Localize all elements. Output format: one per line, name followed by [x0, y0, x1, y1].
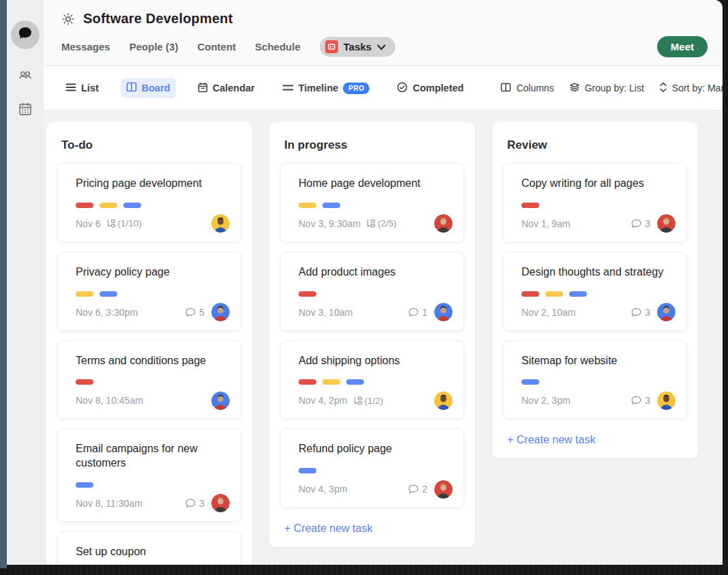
tab-people[interactable]: People (3)	[130, 41, 179, 53]
task-meta: Nov 1, 9am 3	[521, 214, 676, 233]
task-card[interactable]: Add product images Nov 3, 10am 1	[280, 252, 464, 331]
tab-tasks[interactable]: Tasks	[320, 37, 395, 57]
tab-tasks-label: Tasks	[344, 41, 371, 53]
tag-yellow	[299, 203, 316, 208]
meet-button[interactable]: Meet	[657, 36, 708, 57]
comment-count[interactable]: 3	[631, 395, 650, 406]
tag-red	[76, 203, 93, 208]
task-title: Copy writing for all pages	[521, 177, 676, 191]
comment-count[interactable]: 1	[408, 307, 427, 318]
task-tags	[76, 379, 230, 385]
task-date: Nov 2, 10am	[521, 307, 575, 318]
view-board[interactable]: Board	[121, 78, 176, 98]
task-card[interactable]: Privacy policy page Nov 6, 3:30pm 5	[57, 252, 241, 331]
task-card[interactable]: Design thoughts and strategy Nov 2, 10am…	[503, 252, 687, 331]
task-meta: Nov 8, 10:45am	[76, 391, 230, 410]
task-tags	[76, 203, 230, 208]
gear-icon[interactable]	[61, 12, 75, 26]
columns-icon	[500, 83, 511, 94]
task-card[interactable]: Home page development Nov 3, 9:30am (2/5…	[280, 163, 464, 242]
tag-blue	[123, 203, 141, 208]
column-cards: Copy writing for all pages Nov 1, 9am 3 …	[503, 163, 687, 419]
subtask-progress: (1/10)	[106, 218, 142, 228]
task-title: Sitemap for website	[521, 354, 676, 368]
workspace-avatar[interactable]	[11, 20, 40, 49]
comment-count[interactable]: 3	[631, 307, 650, 318]
project-header: Software Development Messages People (3)…	[44, 0, 723, 66]
comment-icon	[631, 395, 642, 406]
avatar-man-yellow[interactable]	[211, 214, 230, 233]
page-title: Software Development	[83, 11, 233, 27]
board-column: In progress Home page development Nov 3,…	[269, 122, 475, 547]
tab-content[interactable]: Content	[197, 41, 236, 53]
toolbar-actions: Columns Group by: List Sort by: Manual	[485, 76, 723, 100]
task-title: Set up coupon	[76, 545, 230, 559]
sort-by-action[interactable]: Sort by: Manual	[659, 82, 723, 95]
comment-count[interactable]: 2	[408, 484, 427, 495]
task-meta: Nov 6, 3:30pm 5	[76, 303, 230, 322]
task-card[interactable]: Sitemap for website Nov 2, 3pm 3	[503, 340, 687, 419]
calendar-nav-icon[interactable]	[17, 101, 33, 117]
task-tags	[76, 291, 230, 297]
view-calendar[interactable]: Calendar	[192, 78, 260, 99]
avatar-woman-blue[interactable]	[211, 303, 230, 321]
task-meta: Nov 4, 2pm (1/2)	[299, 391, 453, 410]
task-tags	[521, 203, 676, 208]
calendar-view-icon	[198, 82, 208, 95]
subtask-icon	[106, 219, 116, 228]
sort-icon	[659, 82, 667, 95]
avatar-woman-red[interactable]	[434, 480, 453, 499]
task-tags	[299, 291, 453, 297]
comment-count[interactable]: 5	[185, 307, 204, 318]
app-window: Software Development Messages People (3)…	[7, 0, 723, 565]
comment-icon	[631, 307, 642, 318]
task-card[interactable]: Terms and conditions page Nov 8, 10:45am	[57, 340, 241, 419]
task-card[interactable]: Add shipping options Nov 4, 2pm (1/2)	[280, 340, 464, 419]
avatar-woman-red[interactable]	[657, 214, 676, 233]
tag-blue	[299, 468, 316, 473]
kanban-board: To-do Pricing page development Nov 6 (1/…	[44, 110, 723, 565]
tab-messages[interactable]: Messages	[61, 41, 110, 53]
comment-count[interactable]: 3	[185, 498, 204, 509]
task-card[interactable]: Pricing page development Nov 6 (1/10)	[57, 163, 241, 242]
window-accent-strip	[0, 0, 7, 568]
task-meta: Nov 4, 3pm 2	[299, 480, 453, 499]
task-card[interactable]: Copy writing for all pages Nov 1, 9am 3	[503, 163, 687, 242]
task-tags	[299, 468, 453, 473]
avatar-woman-blue[interactable]	[211, 392, 230, 410]
pro-badge: PRO	[343, 83, 369, 94]
left-icon-rail	[7, 0, 44, 565]
create-new-task-link[interactable]: + Create new task	[507, 434, 595, 446]
view-completed[interactable]: Completed	[391, 78, 469, 99]
task-date: Nov 4, 2pm	[299, 395, 348, 406]
avatar-man-yellow[interactable]	[657, 392, 676, 410]
tag-blue	[100, 291, 117, 297]
subtask-progress: (1/2)	[353, 396, 384, 406]
task-card[interactable]: Email campaigns for new customers Nov 8,…	[57, 428, 241, 522]
tab-schedule[interactable]: Schedule	[255, 41, 301, 53]
chevron-down-icon	[377, 41, 386, 53]
create-new-task-link[interactable]: + Create new task	[284, 522, 372, 535]
view-list[interactable]: List	[60, 78, 104, 98]
project-tabs: Messages People (3) Content Schedule Tas…	[61, 36, 708, 65]
task-tags	[521, 379, 676, 385]
avatar-woman-blue[interactable]	[657, 303, 676, 321]
avatar-woman-red[interactable]	[211, 494, 230, 512]
task-tags	[76, 482, 230, 488]
subtask-progress: (2/5)	[366, 218, 397, 228]
tag-blue	[569, 291, 587, 297]
avatar-woman-red[interactable]	[434, 214, 453, 233]
view-timeline[interactable]: Timeline PRO	[277, 78, 376, 98]
task-date: Nov 8, 10:45am	[76, 395, 143, 406]
avatar-woman-blue[interactable]	[434, 303, 453, 321]
group-by-action[interactable]: Group by: List	[569, 82, 644, 95]
task-card[interactable]: Refund policy page Nov 4, 3pm 2	[280, 428, 464, 507]
avatar-man-yellow[interactable]	[434, 392, 453, 410]
desktop-background: Software Development Messages People (3)…	[0, 0, 728, 575]
task-meta: Nov 2, 10am 3	[521, 303, 676, 322]
task-card[interactable]: Set up coupon Nov 9, 9am 3	[57, 531, 241, 565]
comment-count[interactable]: 3	[631, 218, 650, 229]
columns-action[interactable]: Columns	[500, 83, 553, 94]
people-nav-icon[interactable]	[17, 67, 33, 83]
column-title: To-do	[61, 138, 241, 152]
